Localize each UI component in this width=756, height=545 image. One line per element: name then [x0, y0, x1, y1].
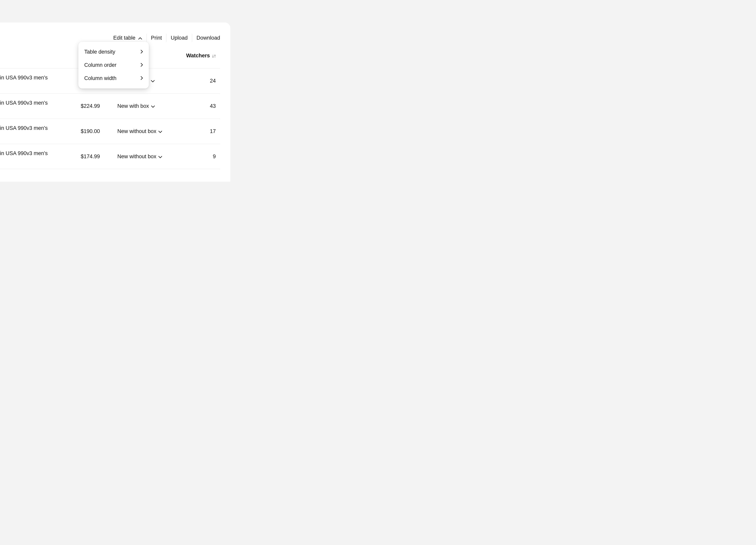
- cell-watchers: 9: [213, 153, 216, 160]
- chevron-right-icon: [141, 49, 143, 55]
- edit-table-dropdown: Table density Column order Column width: [78, 42, 149, 88]
- condition-label: New with box: [117, 103, 149, 109]
- toolbar: Edit table Print Upload Download: [113, 34, 220, 42]
- cell-price: $174.99: [81, 153, 100, 160]
- cell-title: in USA 990v3 men's: [0, 100, 48, 106]
- cell-price: $190.00: [81, 128, 100, 134]
- cell-price: $224.99: [81, 103, 100, 109]
- upload-button[interactable]: Upload: [166, 35, 192, 41]
- chevron-right-icon: [141, 62, 143, 68]
- cell-title: in USA 990v3 men's: [0, 125, 48, 131]
- chevron-up-icon: [138, 35, 142, 41]
- main-panel: Edit table Print Upload Download Watcher…: [0, 22, 230, 182]
- menu-item-label: Column width: [84, 75, 117, 81]
- condition-select[interactable]: New with box: [117, 103, 155, 109]
- chevron-down-icon: [151, 80, 155, 83]
- print-label: Print: [151, 35, 162, 41]
- print-button[interactable]: Print: [147, 35, 166, 41]
- column-header-watchers[interactable]: Watchers ↓↑: [186, 53, 216, 59]
- chevron-right-icon: [141, 75, 143, 81]
- cell-title: in USA 990v3 men's: [0, 150, 48, 156]
- chevron-down-icon: [151, 103, 155, 109]
- cell-title: in USA 990v3 men's: [0, 75, 48, 81]
- condition-label: New without box: [117, 153, 156, 160]
- menu-item-table-density[interactable]: Table density: [78, 45, 149, 58]
- table-row: in USA 990v3 men's $190.00 New without b…: [0, 119, 220, 144]
- menu-item-column-order[interactable]: Column order: [78, 58, 149, 72]
- cell-watchers: 24: [210, 78, 216, 84]
- menu-item-label: Table density: [84, 49, 115, 55]
- edit-table-button[interactable]: Edit table: [113, 35, 146, 41]
- cell-watchers: 17: [210, 128, 216, 134]
- download-button[interactable]: Download: [192, 35, 220, 41]
- download-label: Download: [196, 35, 220, 41]
- chevron-down-icon: [158, 153, 162, 160]
- table-row: in USA 990v3 men's $224.99 New with box …: [0, 93, 220, 119]
- menu-item-label: Column order: [84, 62, 117, 68]
- table-row: in USA 990v3 men's $174.99 New without b…: [0, 144, 220, 169]
- cell-watchers: 43: [210, 103, 216, 109]
- chevron-down-icon: [158, 128, 162, 134]
- menu-item-column-width[interactable]: Column width: [78, 72, 149, 85]
- watchers-label: Watchers: [186, 53, 210, 59]
- upload-label: Upload: [171, 35, 188, 41]
- edit-table-label: Edit table: [113, 35, 135, 41]
- condition-select[interactable]: New without box: [117, 128, 162, 134]
- sort-icon: ↓↑: [212, 53, 216, 58]
- condition-label: New without box: [117, 128, 156, 134]
- condition-select[interactable]: New without box: [117, 153, 162, 160]
